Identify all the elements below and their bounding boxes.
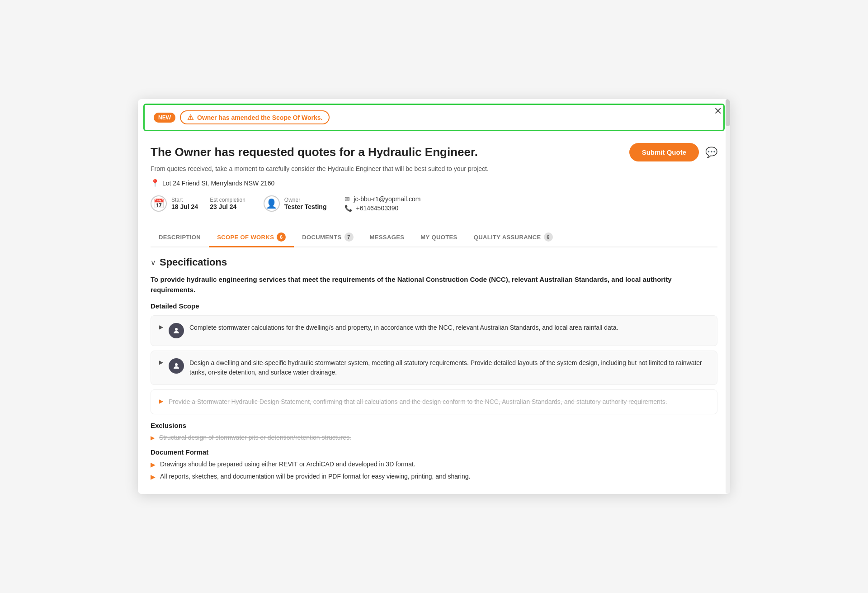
doc-text-2: All reports, sketches, and documentation… bbox=[160, 473, 470, 480]
quality-assurance-badge: 6 bbox=[544, 232, 553, 242]
tab-scope-of-works[interactable]: SCOPE OF WORKS 6 bbox=[209, 228, 294, 247]
new-badge: NEW bbox=[154, 113, 175, 123]
phone-value: +61464503390 bbox=[356, 204, 398, 212]
scope-item-2: ▶ Design a dwelling and site-specific hy… bbox=[151, 351, 717, 385]
calendar-icon: 📅 bbox=[151, 195, 167, 212]
exclusion-arrow-1: ▶ bbox=[151, 435, 155, 441]
tab-messages[interactable]: MESSAGES bbox=[362, 229, 413, 247]
expand-arrow-1[interactable]: ▶ bbox=[159, 324, 163, 330]
start-value: 18 Jul 24 bbox=[171, 203, 198, 210]
close-button[interactable]: ✕ bbox=[714, 105, 722, 117]
main-content: The Owner has requested quotes for a Hyd… bbox=[138, 136, 730, 494]
scope-item-1: ▶ Complete stormwater calculations for t… bbox=[151, 315, 717, 346]
tabs-row: DESCRIPTION SCOPE OF WORKS 6 DOCUMENTS 7… bbox=[151, 228, 717, 247]
specifications-section: ∨ Specifications To provide hydraulic en… bbox=[151, 256, 717, 480]
exclusions-title: Exclusions bbox=[151, 422, 717, 429]
submit-quote-button[interactable]: Submit Quote bbox=[629, 143, 699, 161]
person-icon: 👤 bbox=[264, 195, 280, 212]
est-completion-label: Est completion bbox=[210, 197, 245, 203]
expand-arrow-2[interactable]: ▶ bbox=[159, 359, 163, 365]
scrollbar-track[interactable] bbox=[726, 99, 730, 494]
owner-label: Owner bbox=[284, 197, 327, 203]
subtitle: From quotes received, take a moment to c… bbox=[151, 165, 717, 172]
spec-description: To provide hydraulic engineering service… bbox=[151, 275, 717, 295]
email-row: ✉ jc-bbu-r1@yopmail.com bbox=[344, 195, 420, 203]
scrollbar-thumb[interactable] bbox=[726, 99, 730, 126]
owner-value: Tester Testing bbox=[284, 203, 327, 210]
notification-content: ⚠ Owner has amended the Scope Of Works. bbox=[180, 110, 330, 124]
header-row: The Owner has requested quotes for a Hyd… bbox=[151, 143, 717, 161]
specifications-title: Specifications bbox=[160, 256, 227, 268]
exclusion-text-1: Structural design of stormwater pits or … bbox=[159, 434, 351, 441]
detailed-scope-title: Detailed Scope bbox=[151, 302, 717, 310]
dates-block: 📅 Start 18 Jul 24 Est completion 23 Jul … bbox=[151, 195, 245, 212]
scope-item-text-2: Design a dwelling and site-specific hydr… bbox=[189, 358, 709, 377]
chat-icon: 💬 bbox=[705, 147, 717, 158]
start-info: Start 18 Jul 24 bbox=[171, 197, 198, 210]
svg-point-1 bbox=[175, 363, 178, 366]
start-label: Start bbox=[171, 197, 198, 203]
expand-arrow-3[interactable]: ▶ bbox=[159, 398, 163, 404]
location-address: Lot 24 Friend St, Merrylands NSW 2160 bbox=[162, 180, 274, 187]
est-completion-value: 23 Jul 24 bbox=[210, 203, 245, 210]
header-actions: Submit Quote 💬 bbox=[629, 143, 717, 161]
email-icon: ✉ bbox=[344, 195, 350, 203]
doc-arrow-1: ▶ bbox=[151, 461, 156, 468]
scope-item-text-3: Provide a Stormwater Hydraulic Design St… bbox=[169, 397, 709, 407]
exclusion-item-1: ▶ Structural design of stormwater pits o… bbox=[151, 434, 717, 441]
contact-block: ✉ jc-bbu-r1@yopmail.com 📞 +61464503390 bbox=[344, 195, 420, 212]
section-header: ∨ Specifications bbox=[151, 256, 717, 268]
location-row: 📍 Lot 24 Friend St, Merrylands NSW 2160 bbox=[151, 179, 717, 187]
tab-quality-assurance[interactable]: QUALITY ASSURANCE 6 bbox=[466, 228, 561, 247]
tab-documents[interactable]: DOCUMENTS 7 bbox=[294, 228, 361, 247]
scope-of-works-badge: 6 bbox=[277, 232, 286, 242]
page-title: The Owner has requested quotes for a Hyd… bbox=[151, 145, 478, 159]
scope-item-3: ▶ Provide a Stormwater Hydraulic Design … bbox=[151, 389, 717, 414]
scope-avatar-1 bbox=[169, 323, 184, 338]
location-icon: 📍 bbox=[151, 179, 160, 187]
modal-container: NEW ⚠ Owner has amended the Scope Of Wor… bbox=[138, 99, 730, 494]
email-value: jc-bbu-r1@yopmail.com bbox=[354, 195, 420, 203]
notification-text: Owner has amended the Scope Of Works. bbox=[197, 114, 322, 121]
chevron-icon[interactable]: ∨ bbox=[151, 258, 156, 267]
warning-icon: ⚠ bbox=[187, 113, 193, 122]
scope-item-text-1: Complete stormwater calculations for the… bbox=[189, 323, 709, 332]
phone-icon: 📞 bbox=[344, 204, 352, 212]
doc-arrow-2: ▶ bbox=[151, 473, 156, 480]
owner-info: Owner Tester Testing bbox=[284, 197, 327, 210]
doc-item-2: ▶ All reports, sketches, and documentati… bbox=[151, 473, 717, 480]
doc-item-1: ▶ Drawings should be prepared using eith… bbox=[151, 460, 717, 468]
phone-row: 📞 +61464503390 bbox=[344, 204, 420, 212]
doc-format-title: Document Format bbox=[151, 448, 717, 456]
tab-description[interactable]: DESCRIPTION bbox=[151, 229, 209, 247]
owner-block: 👤 Owner Tester Testing bbox=[264, 195, 327, 212]
info-row: 📅 Start 18 Jul 24 Est completion 23 Jul … bbox=[151, 195, 717, 218]
tab-my-quotes[interactable]: MY QUOTES bbox=[412, 229, 465, 247]
svg-point-0 bbox=[175, 328, 178, 331]
notification-bar: NEW ⚠ Owner has amended the Scope Of Wor… bbox=[143, 104, 725, 131]
scope-avatar-2 bbox=[169, 358, 184, 374]
chat-icon-button[interactable]: 💬 bbox=[705, 147, 717, 158]
documents-badge: 7 bbox=[344, 232, 354, 242]
est-completion-info: Est completion 23 Jul 24 bbox=[210, 197, 245, 210]
doc-text-1: Drawings should be prepared using either… bbox=[160, 460, 415, 468]
